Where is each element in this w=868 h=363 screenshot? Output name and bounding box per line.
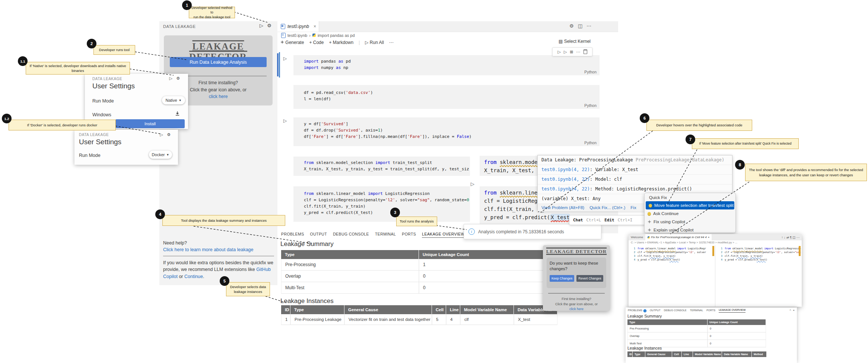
panel-tab-debug-console[interactable]: DEBUG CONSOLE — [664, 309, 687, 313]
breadcrumb-file[interactable]: test0.ipynb — [287, 33, 307, 38]
code-cell-3[interactable]: y = df['Survived']df = df.drop('Survived… — [293, 117, 600, 146]
diff-modified-pane[interactable]: 1from sklearn.linear_model import Logist… — [718, 247, 799, 262]
panel-tab-output[interactable]: OUTPUT — [650, 309, 661, 313]
table-header-row: IDTypeGeneral CauseCellLineModel Variabl… — [627, 351, 767, 357]
revert-changes-button[interactable]: Revert Changes — [576, 275, 603, 282]
panel-tab-problems[interactable]: PROBLEMS — [281, 232, 304, 238]
gear-icon[interactable]: ⚙ — [167, 132, 171, 137]
table-row[interactable]: Pre-Processing1 — [281, 259, 557, 271]
run-icon[interactable]: ▷ — [160, 132, 163, 137]
panel-controls[interactable]: ^× — [790, 309, 795, 312]
run-mode-label: Run Mode — [79, 153, 101, 158]
run-all-button[interactable]: ▷ Run All — [365, 40, 384, 45]
panel-tab-leakage-overview[interactable]: LEAKAGE OVERVIEW — [719, 309, 745, 313]
analysis-toast: i Analysis completed in 75.1833616 secon… — [464, 224, 601, 239]
code-line: import numpy as np — [304, 64, 600, 71]
table-cell: Overlap — [627, 332, 708, 340]
view-problem-link[interactable]: View Problem (Alt+F8) — [541, 205, 584, 210]
cell-language-label[interactable]: Python — [584, 141, 597, 145]
select-kernel-button[interactable]: ▤ Select Kernel — [559, 39, 591, 44]
table-row[interactable]: Multi-Test0 — [281, 282, 557, 294]
diff-breadcrumb[interactable]: C: > Users > EMANAL~1 > AppData > Local … — [631, 241, 737, 244]
column-header: General Cause — [645, 351, 672, 357]
code-cell-1[interactable]: import pandas as pdimport numpy as np Py… — [293, 55, 600, 75]
diff-toolbar-icons[interactable]: ↑ ↓ ⇄ ¶ ◫ ⋯ — [781, 234, 802, 240]
quickfix-item-move-feature-selection[interactable]: Move feature selection after train/test … — [646, 201, 734, 209]
scroll-indicator[interactable] — [277, 53, 279, 76]
gear-icon[interactable]: ⚙ — [569, 23, 574, 29]
add-code-button[interactable]: + Code — [309, 40, 324, 45]
panel-tab-leakage-overview[interactable]: LEAKAGE OVERVIEW — [422, 232, 465, 238]
run-mode-label: Run Mode — [92, 98, 114, 104]
panel-tab-problems[interactable]: PROBLEMS — [628, 309, 642, 313]
run-analysis-button[interactable]: Run Data Leakage Analysis — [170, 57, 267, 67]
run-icon[interactable]: ▷ — [260, 23, 263, 28]
copilot-chat-bar[interactable]: ChatCtrl+LEditCtrl+I — [569, 215, 655, 225]
table-row[interactable]: Overlap0 — [627, 332, 766, 340]
run-cell-icon[interactable]: ▷ — [283, 56, 287, 61]
table-row[interactable]: Pre-Processing0 — [627, 325, 766, 332]
split-editor-icon[interactable]: ◫ — [578, 23, 582, 29]
overview-ruler-marker — [799, 246, 801, 256]
close-icon[interactable]: × — [314, 24, 316, 29]
tab-test0-ipynb[interactable]: test0.ipynb × — [277, 21, 319, 32]
close-icon[interactable]: × — [708, 236, 710, 239]
diff-split-divider — [715, 245, 715, 307]
diff-original-pane[interactable]: 1from sklearn.linear_model import Logist… — [631, 247, 713, 262]
more-actions-icon[interactable]: ⋯ — [389, 40, 394, 45]
install-button[interactable]: Install — [115, 119, 185, 128]
download-icon[interactable] — [175, 111, 180, 116]
cell-hover-toolbar: ▷ ▷ ⊞ ⋯ — [552, 47, 592, 56]
more-actions-icon[interactable]: ⋯ — [586, 23, 591, 29]
run-mode-dropdown[interactable]: Native▼ — [162, 96, 185, 104]
panel-tab-ports[interactable]: PORTS — [706, 309, 715, 313]
learn-more-link[interactable]: Click here to learn more about data leak… — [163, 246, 276, 253]
user-settings-title: User Settings — [92, 82, 135, 90]
sidebar-view-title: DATA LEAKAGE — [163, 24, 196, 29]
quickfix-item-fix-copilot[interactable]: Fix using Copilot — [645, 218, 735, 226]
gear-icon[interactable]: ⚙ — [267, 23, 271, 28]
add-markdown-button[interactable]: + Markdown — [329, 40, 353, 45]
table-row[interactable]: 1Pre-Processing LeakageVectorizer fit on… — [281, 314, 557, 325]
execute-above-icon[interactable]: ▷ — [557, 50, 560, 54]
quickfix-item-ask-continue[interactable]: Ask Continue — [645, 209, 735, 218]
keep-changes-button[interactable]: Keep Changes — [550, 275, 574, 282]
tab-welcome[interactable]: Welcome — [629, 234, 645, 240]
table-row[interactable]: Overlap0 — [281, 271, 557, 282]
click-here-link[interactable]: click here — [209, 94, 228, 99]
gear-icon[interactable]: ⚙ — [176, 76, 180, 81]
split-cell-icon[interactable]: ⊞ — [570, 50, 573, 54]
panel-tab-output[interactable]: OUTPUT — [310, 232, 327, 238]
panel-tab-terminal[interactable]: TERMINAL — [690, 309, 703, 313]
run-cell-icon[interactable]: ▷ — [471, 181, 474, 187]
breadcrumb-symbol[interactable]: import pandas as pd — [318, 33, 355, 38]
cell-language-label[interactable]: Python — [584, 103, 597, 108]
run-cell-icon[interactable]: ▷ — [283, 118, 287, 123]
collapse-icon: ^ — [790, 309, 791, 312]
continue-link[interactable]: Continue — [184, 274, 203, 279]
execute-below-icon[interactable]: ▷ — [564, 50, 567, 54]
notebook-icon — [281, 33, 286, 38]
quick-fix-link[interactable]: Quick Fix... (Ctrl+.) — [589, 205, 625, 210]
callout-box-5: Developer selects data leakage instances — [226, 282, 270, 296]
run-icon[interactable]: ▷ — [169, 76, 172, 81]
breadcrumb[interactable]: test0.ipynb › import pandas as pd — [281, 32, 355, 38]
click-here-link[interactable]: click here — [569, 307, 584, 311]
diff-body: 1from sklearn.linear_model import Logist… — [629, 245, 802, 307]
mini-instances-table: IDTypeGeneral CauseCellLineModel Variabl… — [627, 351, 767, 357]
cell-language-label[interactable]: Python — [584, 70, 597, 74]
panel-tab-debug-console[interactable]: DEBUG CONSOLE — [333, 232, 369, 238]
panel-tab-ports[interactable]: PORTS — [402, 232, 416, 238]
code-cell-2[interactable]: df = pd.read_csv('data.csv')l = len(df) … — [293, 85, 600, 109]
delete-cell-icon[interactable] — [584, 50, 587, 54]
first-time-line2: Click the gear icon above, or — [190, 87, 247, 92]
generate-button[interactable]: Generate — [280, 40, 304, 45]
more-actions-icon[interactable]: ⋯ — [576, 50, 581, 54]
os-label: Windows — [92, 112, 111, 117]
run-mode-dropdown[interactable]: Docker▼ — [149, 151, 172, 159]
callout-number-4: 4 — [155, 209, 165, 219]
panel-tab-terminal[interactable]: TERMINAL — [375, 232, 396, 238]
fix-link[interactable]: Fix — [630, 205, 636, 210]
quickfix-item-explain-copilot[interactable]: Explain using Copilot — [645, 226, 735, 234]
tab-fix-preprocessing[interactable]: Fix for PreProcessingLeakage in Cell #4 … — [645, 234, 712, 240]
